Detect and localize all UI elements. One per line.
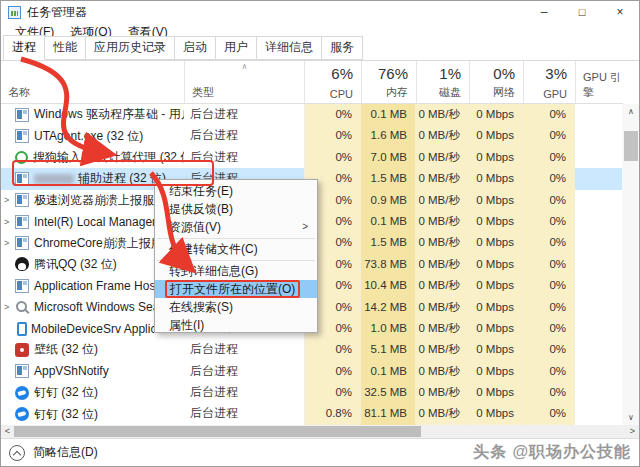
name-cell: 壁纸 (32 位)	[1, 339, 184, 360]
network-cell: 0 Mbps	[469, 232, 523, 253]
task-manager-window: 任务管理器 – □ × 文件(F)选项(O)查看(V) 进程性能应用历史记录启动…	[0, 0, 640, 467]
context-menu-item-open-file-location[interactable]: 打开文件所在的位置(O)	[155, 280, 317, 298]
disk-cell: 0 MB/秒	[416, 403, 469, 424]
menu-item-label: 提供反馈(B)	[169, 202, 233, 216]
menu-item-label: 创建转储文件(C)	[169, 242, 258, 256]
tab-details[interactable]: 详细信息	[256, 36, 322, 60]
process-name: Intel(R) Local Managem	[34, 215, 162, 229]
type-cell: 后台进程	[184, 339, 304, 360]
submenu-arrow-icon: >	[302, 218, 308, 236]
column-cpu[interactable]: 6% CPU	[304, 61, 361, 103]
gpu-cell: 0%	[523, 104, 575, 125]
context-menu-item-provide-feedback[interactable]: 提供反馈(B)	[155, 200, 317, 218]
expand-chevron-icon[interactable]: >	[4, 217, 15, 227]
context-menu-item-properties[interactable]: 属性(I)	[155, 316, 317, 334]
gpu-engine-cell	[575, 168, 623, 189]
vertical-scroll-thumb[interactable]	[624, 131, 638, 161]
scroll-right-icon[interactable]: >	[626, 425, 639, 438]
context-menu-item-resource-values[interactable]: 资源值(V)>	[155, 218, 317, 236]
fewer-details-toggle[interactable]: 简略信息(D)	[33, 444, 98, 461]
table-row[interactable]: Windows 驱动程序基础 - 用户...后台进程0%0.1 MB0 MB/秒…	[1, 104, 623, 125]
gpu-cell: 0%	[523, 147, 575, 168]
menu-item-label: 属性(I)	[169, 318, 204, 332]
expand-chevron-icon[interactable]: >	[4, 238, 15, 248]
table-row[interactable]: 钉钉 (32 位)后台进程0%32.5 MB0 MB/秒0 Mbps0%	[1, 382, 623, 403]
gpu-engine-cell	[575, 254, 623, 275]
menu-item-label: 结束任务(E)	[169, 184, 233, 198]
table-row[interactable]: 钉钉 (32 位)后台进程0.8%81.1 MB0 MB/秒0 Mbps0%	[1, 403, 623, 424]
scroll-up-icon[interactable]: ∧	[622, 104, 640, 119]
column-gpu-engine[interactable]: GPU 引擎	[575, 61, 623, 103]
watermark-text: 头条 @职场办公技能	[473, 442, 631, 463]
context-menu: 结束任务(E)提供反馈(B)资源值(V)>创建转储文件(C)转到详细信息(G)打…	[154, 179, 318, 333]
horizontal-scrollbar[interactable]: < >	[1, 425, 639, 438]
table-row[interactable]: 壁纸 (32 位)后台进程0%5.1 MB0 MB/秒0 Mbps0%	[1, 339, 623, 360]
memory-cell: 1.0 MB	[361, 318, 416, 339]
task-manager-icon	[8, 6, 21, 19]
gpu-cell: 0%	[523, 254, 575, 275]
title-bar: 任务管理器 – □ ×	[1, 1, 639, 23]
process-name: Application Frame Host	[34, 279, 159, 293]
gpu-engine-cell	[575, 382, 623, 403]
gpu-engine-cell	[575, 104, 623, 125]
gpu-engine-cell	[575, 147, 623, 168]
column-network[interactable]: 0% 网络	[469, 61, 523, 103]
gpu-engine-cell	[575, 403, 623, 424]
column-memory[interactable]: 76% 内存	[361, 61, 416, 103]
expand-chevron-icon[interactable]: >	[4, 302, 15, 312]
name-cell: Windows 驱动程序基础 - 用户...	[1, 104, 184, 125]
minimize-button[interactable]: –	[525, 1, 563, 23]
tab-users[interactable]: 用户	[215, 36, 257, 60]
process-name: 钉钉 (32 位)	[34, 406, 98, 423]
disk-cell: 0 MB/秒	[416, 254, 469, 275]
cpu-cell: 0%	[304, 382, 361, 403]
column-type[interactable]: ∧ 类型	[184, 61, 304, 103]
menu-item-label: 在线搜索(S)	[169, 300, 233, 314]
cpu-cell: 0%	[304, 125, 361, 146]
scroll-down-icon[interactable]: ∨	[622, 410, 640, 425]
context-menu-item-go-to-details[interactable]: 转到详细信息(G)	[155, 262, 317, 280]
table-row[interactable]: AppVShNotify后台进程0%0.1 MB0 MB/秒0 Mbps0%	[1, 361, 623, 382]
table-row[interactable]: UTAgent.exe (32 位)后台进程0%1.6 MB0 MB/秒0 Mb…	[1, 125, 623, 146]
context-menu-item-search-online[interactable]: 在线搜索(S)	[155, 298, 317, 316]
gpu-cell: 0%	[523, 125, 575, 146]
type-cell: 后台进程	[184, 361, 304, 382]
menu-item-label: 转到详细信息(G)	[169, 264, 258, 278]
column-name[interactable]: 名称	[1, 61, 184, 103]
tab-app-history[interactable]: 应用历史记录	[85, 36, 175, 60]
vertical-scrollbar[interactable]: ∧ ∨	[622, 104, 640, 425]
disk-cell: 0 MB/秒	[416, 318, 469, 339]
network-cell: 0 Mbps	[469, 190, 523, 211]
memory-cell: 81.1 MB	[361, 403, 416, 424]
memory-cell: 0.1 MB	[361, 361, 416, 382]
disk-cell: 0 MB/秒	[416, 168, 469, 189]
memory-cell: 0.9 MB	[361, 190, 416, 211]
type-cell: 后台进程	[184, 125, 304, 146]
name-cell: 钉钉 (32 位)	[1, 382, 184, 403]
gpu-cell: 0%	[523, 382, 575, 403]
column-disk[interactable]: 1% 磁盘	[416, 61, 469, 103]
gpu-engine-cell	[575, 211, 623, 232]
process-name: ChromeCore崩溃上报服	[34, 235, 163, 252]
disk-cell: 0 MB/秒	[416, 211, 469, 232]
app-icon	[15, 215, 29, 229]
close-button[interactable]: ×	[601, 1, 639, 23]
context-menu-item-create-dump-file[interactable]: 创建转储文件(C)	[155, 240, 317, 258]
tab-performance[interactable]: 性能	[44, 36, 86, 60]
disk-cell: 0 MB/秒	[416, 361, 469, 382]
maximize-button[interactable]: □	[563, 1, 601, 23]
type-cell: 后台进程	[184, 403, 304, 424]
name-cell: 钉钉 (32 位)	[1, 403, 184, 424]
column-gpu[interactable]: 3% GPU	[523, 61, 575, 103]
tab-processes[interactable]: 进程	[3, 35, 45, 60]
memory-cell: 1.5 MB	[361, 232, 416, 253]
tab-services[interactable]: 服务	[321, 36, 363, 60]
memory-cell: 10.4 MB	[361, 275, 416, 296]
horizontal-scroll-thumb[interactable]	[14, 426, 421, 437]
tab-startup[interactable]: 启动	[174, 36, 216, 60]
scroll-left-icon[interactable]: <	[1, 425, 14, 438]
fewer-details-icon[interactable]	[9, 445, 25, 461]
expand-chevron-icon[interactable]: >	[4, 195, 15, 205]
app-icon	[15, 279, 29, 293]
qq-icon	[15, 257, 29, 271]
